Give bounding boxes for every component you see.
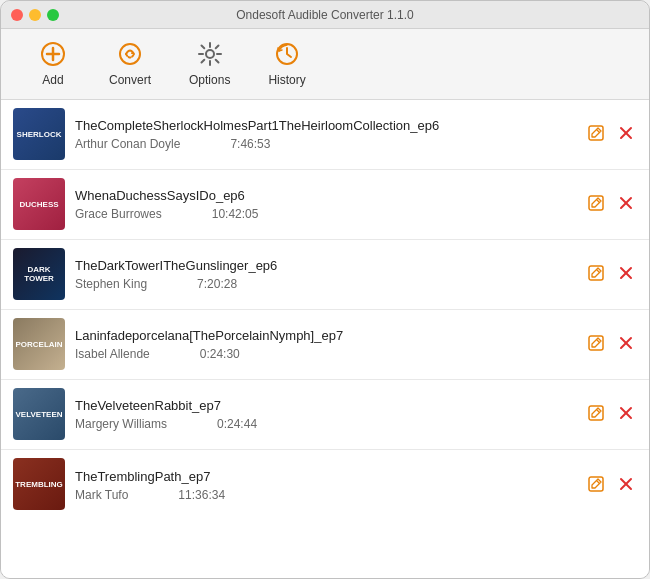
window-controls xyxy=(11,9,59,21)
book-duration: 0:24:44 xyxy=(217,417,257,431)
delete-button[interactable] xyxy=(615,402,637,427)
svg-rect-34 xyxy=(589,477,603,491)
toolbar: Add Convert xyxy=(1,29,649,100)
book-cover: TREMBLING xyxy=(13,458,65,510)
svg-line-9 xyxy=(201,46,204,49)
edit-button[interactable] xyxy=(585,262,607,287)
book-author: Mark Tufo xyxy=(75,488,128,502)
book-row: DARK TOWER TheDarkTowerITheGunslinger_ep… xyxy=(1,240,649,310)
book-actions xyxy=(575,318,637,371)
svg-rect-26 xyxy=(589,336,603,350)
book-duration: 11:36:34 xyxy=(178,488,225,502)
book-list: SHERLOCK TheCompleteSherlockHolmesPart1T… xyxy=(1,100,649,579)
book-actions xyxy=(575,388,637,441)
book-title: TheTremblingPath_ep7 xyxy=(75,469,565,484)
edit-button[interactable] xyxy=(585,332,607,357)
maximize-button[interactable] xyxy=(47,9,59,21)
convert-label: Convert xyxy=(109,73,151,87)
book-cover: SHERLOCK xyxy=(13,108,65,160)
delete-button[interactable] xyxy=(615,262,637,287)
svg-rect-30 xyxy=(589,406,603,420)
svg-point-4 xyxy=(206,50,214,58)
book-duration: 7:20:28 xyxy=(197,277,237,291)
add-icon xyxy=(40,41,66,71)
book-meta: Grace Burrowes 10:42:05 xyxy=(75,207,565,221)
add-button[interactable]: Add xyxy=(21,35,85,93)
book-row: TREMBLING TheTremblingPath_ep7 Mark Tufo… xyxy=(1,450,649,520)
book-actions xyxy=(575,458,637,512)
book-meta: Isabel Allende 0:24:30 xyxy=(75,347,565,361)
edit-button[interactable] xyxy=(585,402,607,427)
book-author: Margery Williams xyxy=(75,417,167,431)
delete-button[interactable] xyxy=(615,192,637,217)
minimize-button[interactable] xyxy=(29,9,41,21)
edit-button[interactable] xyxy=(585,473,607,498)
convert-button[interactable]: Convert xyxy=(95,35,165,93)
delete-button[interactable] xyxy=(615,122,637,147)
book-cover: DUCHESS xyxy=(13,178,65,230)
book-info: TheTremblingPath_ep7 Mark Tufo 11:36:34 xyxy=(75,458,565,512)
book-title: WhenaDuchessSaysIDo_ep6 xyxy=(75,188,565,203)
book-title: Laninfadeporcelana[ThePorcelainNymph]_ep… xyxy=(75,328,565,343)
book-cover: PORCELAIN xyxy=(13,318,65,370)
convert-icon xyxy=(117,41,143,71)
svg-rect-22 xyxy=(589,266,603,280)
history-icon xyxy=(274,41,300,71)
history-button[interactable]: History xyxy=(254,35,319,93)
options-label: Options xyxy=(189,73,230,87)
svg-rect-18 xyxy=(589,196,603,210)
delete-button[interactable] xyxy=(615,332,637,357)
svg-line-11 xyxy=(215,46,218,49)
book-info: Laninfadeporcelana[ThePorcelainNymph]_ep… xyxy=(75,318,565,371)
book-duration: 0:24:30 xyxy=(200,347,240,361)
svg-line-12 xyxy=(201,60,204,63)
book-title: TheCompleteSherlockHolmesPart1TheHeirloo… xyxy=(75,118,565,133)
book-meta: Stephen King 7:20:28 xyxy=(75,277,565,291)
book-meta: Mark Tufo 11:36:34 xyxy=(75,488,565,502)
book-info: TheVelveteenRabbit_ep7 Margery Williams … xyxy=(75,388,565,441)
book-cover: DARK TOWER xyxy=(13,248,65,300)
add-label: Add xyxy=(42,73,63,87)
book-cover: VELVETEEN xyxy=(13,388,65,440)
book-duration: 10:42:05 xyxy=(212,207,259,221)
options-icon xyxy=(197,41,223,71)
book-title: TheVelveteenRabbit_ep7 xyxy=(75,398,565,413)
book-author: Arthur Conan Doyle xyxy=(75,137,180,151)
book-actions xyxy=(575,178,637,231)
book-meta: Arthur Conan Doyle 7:46:53 xyxy=(75,137,565,151)
history-label: History xyxy=(268,73,305,87)
svg-rect-14 xyxy=(589,126,603,140)
book-meta: Margery Williams 0:24:44 xyxy=(75,417,565,431)
book-author: Grace Burrowes xyxy=(75,207,162,221)
edit-button[interactable] xyxy=(585,192,607,217)
options-button[interactable]: Options xyxy=(175,35,244,93)
book-row: VELVETEEN TheVelveteenRabbit_ep7 Margery… xyxy=(1,380,649,450)
delete-button[interactable] xyxy=(615,473,637,498)
book-row: DUCHESS WhenaDuchessSaysIDo_ep6 Grace Bu… xyxy=(1,170,649,240)
window-title: Ondesoft Audible Converter 1.1.0 xyxy=(236,8,413,22)
edit-button[interactable] xyxy=(585,122,607,147)
svg-point-3 xyxy=(120,44,140,64)
book-title: TheDarkTowerITheGunslinger_ep6 xyxy=(75,258,565,273)
title-bar: Ondesoft Audible Converter 1.1.0 xyxy=(1,1,649,29)
svg-line-10 xyxy=(215,60,218,63)
book-info: TheDarkTowerITheGunslinger_ep6 Stephen K… xyxy=(75,248,565,301)
book-info: WhenaDuchessSaysIDo_ep6 Grace Burrowes 1… xyxy=(75,178,565,231)
book-author: Isabel Allende xyxy=(75,347,150,361)
book-row: PORCELAIN Laninfadeporcelana[ThePorcelai… xyxy=(1,310,649,380)
book-actions xyxy=(575,248,637,301)
book-row: SHERLOCK TheCompleteSherlockHolmesPart1T… xyxy=(1,100,649,170)
close-button[interactable] xyxy=(11,9,23,21)
book-actions xyxy=(575,108,637,161)
book-author: Stephen King xyxy=(75,277,147,291)
book-duration: 7:46:53 xyxy=(230,137,270,151)
book-info: TheCompleteSherlockHolmesPart1TheHeirloo… xyxy=(75,108,565,161)
